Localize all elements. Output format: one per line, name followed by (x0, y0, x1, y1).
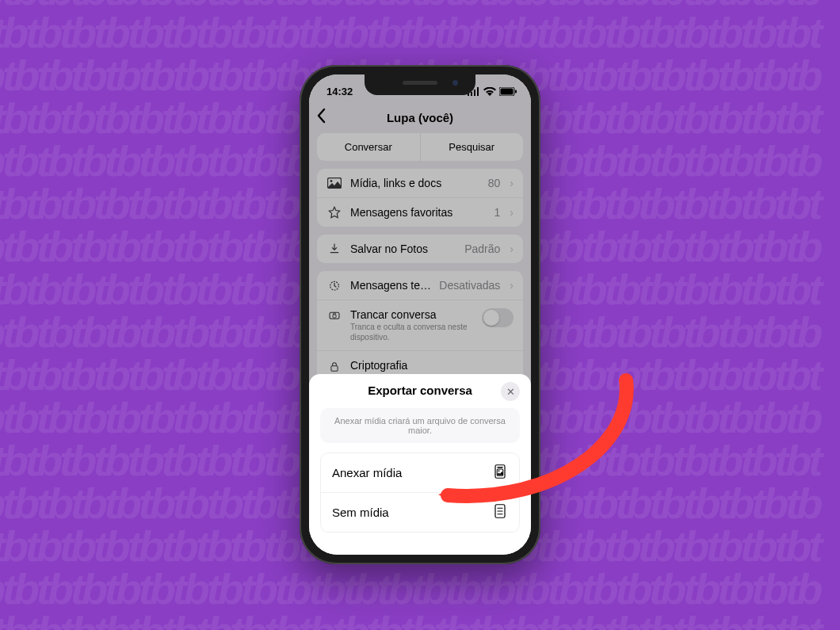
option-without-media[interactable]: Sem mídia (321, 493, 519, 532)
document-media-icon (494, 464, 508, 481)
svg-rect-10 (497, 467, 503, 468)
option-label: Sem mídia (332, 506, 486, 519)
option-with-media[interactable]: Anexar mídia (321, 453, 519, 493)
phone-frame: 14:32 Lupa (você) Conversar Pesquisar (300, 65, 540, 564)
option-label: Anexar mídia (332, 466, 486, 479)
svg-point-12 (498, 470, 500, 472)
phone-notch (365, 74, 475, 95)
phone-screen: 14:32 Lupa (você) Conversar Pesquisar (309, 74, 531, 555)
close-button[interactable]: ✕ (501, 382, 520, 401)
sheet-title: Exportar conversa (368, 384, 472, 397)
sheet-options: Anexar mídia Sem mídia (320, 452, 520, 533)
sheet-description: Anexar mídia criará um arquivo de conver… (320, 408, 520, 443)
close-icon: ✕ (506, 386, 515, 398)
export-sheet: Exportar conversa ✕ Anexar mídia criará … (309, 374, 531, 555)
document-icon (494, 504, 508, 521)
